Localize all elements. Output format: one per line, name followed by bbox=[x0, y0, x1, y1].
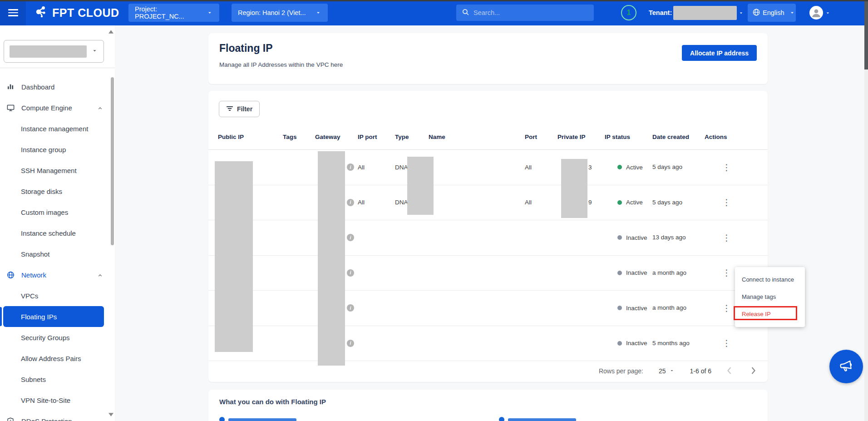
row-actions-kebab-button[interactable]: ⋮ bbox=[719, 267, 735, 279]
hamburger-menu-button[interactable] bbox=[0, 0, 26, 25]
status-label: Active bbox=[626, 164, 643, 171]
vpc-selector[interactable] bbox=[4, 40, 104, 63]
language-selector[interactable]: English bbox=[748, 4, 796, 22]
cell-ip-port: All bbox=[358, 199, 395, 206]
sidebar-item-instance-group[interactable]: Instance group bbox=[0, 139, 115, 160]
cell-private-ip bbox=[557, 340, 605, 347]
cell-actions: ⋮ bbox=[705, 161, 749, 173]
column-header-type: Type bbox=[395, 134, 429, 140]
info-icon[interactable]: i bbox=[347, 163, 354, 171]
menu-item-connect-to-instance[interactable]: Connect to instance bbox=[735, 271, 805, 288]
column-header-ip-status: IP status bbox=[605, 134, 652, 140]
tenant-name-redacted bbox=[673, 6, 737, 20]
sidebar-item-label: Instance group bbox=[21, 146, 66, 154]
column-header-date-created: Date created bbox=[652, 134, 705, 140]
sidebar-item-custom-images[interactable]: Custom images bbox=[0, 202, 115, 223]
window-top-edge bbox=[0, 0, 868, 1]
status-dot-icon bbox=[617, 271, 622, 275]
sidebar-item-floating-ips[interactable]: Floating IPs bbox=[3, 306, 104, 327]
sidebar-item-label: Network bbox=[21, 271, 46, 279]
row-actions-kebab-button[interactable]: ⋮ bbox=[719, 337, 735, 349]
announcement-fab[interactable] bbox=[829, 350, 863, 383]
menu-item-release-ip[interactable]: Release IP bbox=[735, 305, 805, 322]
status-dot-icon bbox=[617, 200, 622, 205]
project-selector-label: Project: PROJECT_NC... bbox=[135, 5, 197, 20]
search-icon bbox=[462, 8, 469, 18]
row-actions-kebab-button[interactable]: ⋮ bbox=[719, 161, 735, 173]
sidebar-item-label: Allow Address Pairs bbox=[21, 355, 81, 362]
column-header-private-ip: Private IP bbox=[557, 134, 605, 140]
row-actions-context-menu: Connect to instanceManage tagsRelease IP bbox=[735, 267, 805, 327]
project-selector[interactable]: Project: PROJECT_NC... bbox=[128, 4, 219, 22]
row-actions-kebab-button[interactable]: ⋮ bbox=[719, 196, 735, 208]
cell-ip-status: Inactive bbox=[605, 269, 652, 276]
page-subtitle: Manage all IP Addresses within the VPC h… bbox=[219, 61, 343, 68]
sidebar-item-security-groups[interactable]: Security Groups bbox=[0, 327, 115, 348]
sidebar-item-label: Subnets bbox=[21, 376, 46, 383]
sidebar-item-instance-management[interactable]: Instance management bbox=[0, 118, 115, 139]
fpt-molecule-icon bbox=[33, 4, 48, 21]
sidebar-item-snapshot[interactable]: Snapshot bbox=[0, 243, 115, 264]
cell-date-created: a month ago bbox=[652, 269, 705, 277]
tenant-selector[interactable]: Tenant: bbox=[649, 0, 744, 25]
info-icon[interactable]: i bbox=[347, 340, 354, 347]
status-dot-icon bbox=[617, 235, 622, 240]
cell-actions: ⋮ bbox=[705, 337, 749, 349]
cell-date-created: 13 days ago bbox=[652, 233, 705, 242]
menu-item-manage-tags[interactable]: Manage tags bbox=[735, 288, 805, 305]
sidebar-item-ssh-management[interactable]: SSH Management bbox=[0, 160, 115, 181]
sidebar-item-network[interactable]: Network bbox=[0, 264, 115, 285]
bottom-link-stub[interactable] bbox=[219, 417, 296, 421]
table-row: iInactivea month ago⋮ bbox=[208, 256, 768, 291]
floating-ip-table-card: Filter Public IPTagsGatewayIP portTypeNa… bbox=[208, 91, 768, 382]
page-scrollbar-thumb[interactable] bbox=[864, 1, 868, 69]
sidebar-item-allow-address-pairs[interactable]: Allow Address Pairs bbox=[0, 348, 115, 369]
sidebar-item-label: Security Groups bbox=[21, 334, 70, 342]
scroll-up-icon[interactable] bbox=[108, 27, 113, 35]
notification-badge[interactable]: 1 bbox=[621, 5, 636, 20]
sidebar-item-vpn-site-to-site[interactable]: VPN Site-to-Site bbox=[0, 390, 115, 411]
previous-page-button[interactable] bbox=[727, 367, 732, 376]
tenant-label: Tenant: bbox=[649, 9, 672, 16]
sidebar-item-label: SSH Management bbox=[21, 167, 77, 174]
user-menu[interactable] bbox=[809, 0, 831, 25]
region-selector[interactable]: Region: Hanoi 2 (Viet... bbox=[232, 4, 328, 22]
sidebar-item-label: Custom images bbox=[21, 208, 68, 216]
info-icon[interactable]: i bbox=[347, 234, 354, 241]
filter-button[interactable]: Filter bbox=[219, 101, 260, 117]
search-input[interactable] bbox=[473, 9, 582, 16]
cell-ip-port: All bbox=[358, 164, 395, 171]
pagination-bar: Rows per page: 25 1-6 of 6 bbox=[208, 360, 768, 382]
sidebar-item-compute-engine[interactable]: Compute Engine bbox=[0, 97, 115, 118]
row-actions-kebab-button[interactable]: ⋮ bbox=[719, 232, 735, 244]
sidebar: DashboardCompute EngineInstance manageme… bbox=[0, 25, 115, 421]
cell-actions: ⋮ bbox=[705, 232, 749, 244]
sidebar-item-subnets[interactable]: Subnets bbox=[0, 369, 115, 390]
next-page-button[interactable] bbox=[751, 367, 756, 376]
cell-ip-status: Inactive bbox=[605, 340, 652, 347]
rows-per-page-select[interactable]: 25 bbox=[659, 367, 675, 375]
allocate-ip-button[interactable]: Allocate IP address bbox=[682, 45, 757, 61]
sidebar-item-vpcs[interactable]: VPCs bbox=[0, 285, 115, 306]
cell-ip-status: Inactive bbox=[605, 234, 652, 241]
row-actions-kebab-button[interactable]: ⋮ bbox=[719, 302, 735, 314]
info-icon[interactable]: i bbox=[347, 269, 354, 277]
bottom-link-stub[interactable] bbox=[499, 417, 576, 421]
cell-ip-status: Active bbox=[605, 164, 652, 171]
scroll-down-icon[interactable] bbox=[108, 410, 113, 418]
chevron-up-icon bbox=[97, 105, 103, 113]
sidebar-item-label: Instance schedule bbox=[21, 229, 76, 237]
megaphone-icon bbox=[838, 358, 854, 376]
status-dot-icon bbox=[617, 341, 622, 346]
sidebar-scrollbar-thumb[interactable] bbox=[111, 77, 114, 245]
sidebar-item-dashboard[interactable]: Dashboard bbox=[0, 76, 115, 97]
info-icon[interactable]: i bbox=[347, 199, 354, 206]
sidebar-item-storage-disks[interactable]: Storage disks bbox=[0, 181, 115, 202]
notification-count: 1 bbox=[627, 9, 631, 17]
page-scrollbar[interactable] bbox=[864, 0, 868, 421]
link-bullet-icon bbox=[499, 417, 504, 421]
status-label: Inactive bbox=[626, 340, 647, 347]
info-icon[interactable]: i bbox=[347, 304, 354, 312]
sidebar-item-instance-schedule[interactable]: Instance schedule bbox=[0, 223, 115, 243]
sidebar-item-ddos-protection[interactable]: ADDoS Protection bbox=[0, 411, 115, 421]
